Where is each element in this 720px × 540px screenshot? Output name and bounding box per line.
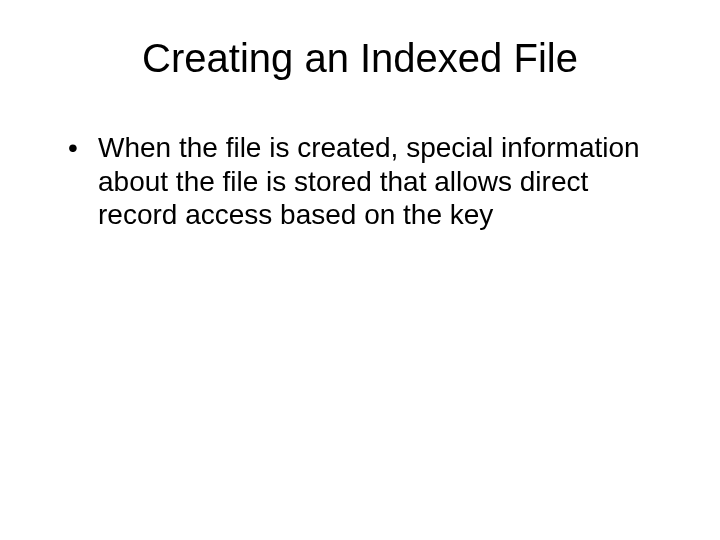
slide-title: Creating an Indexed File (50, 36, 670, 81)
slide-container: Creating an Indexed File When the file i… (0, 0, 720, 540)
bullet-list: When the file is created, special inform… (50, 131, 670, 232)
bullet-item: When the file is created, special inform… (68, 131, 670, 232)
